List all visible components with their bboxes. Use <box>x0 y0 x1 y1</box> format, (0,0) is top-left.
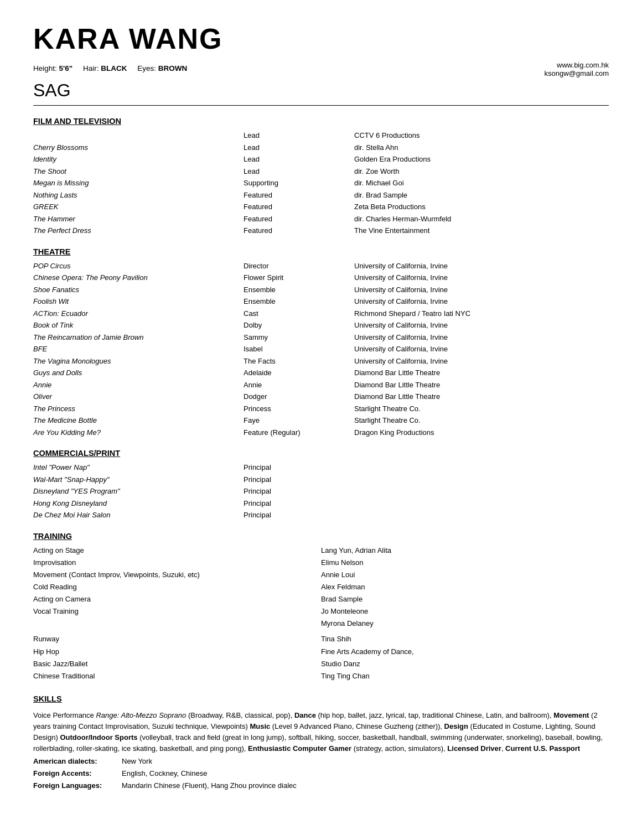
training-subject: Hip Hop <box>33 646 321 657</box>
languages-row: Foreign Languages: Mandarin Chinese (Flu… <box>33 780 609 791</box>
contact-info: www.big.com.hk ksongw@gmail.com <box>544 61 609 77</box>
entry-org: Zeta Beta Productions <box>354 201 609 212</box>
entry-role: Feature (Regular) <box>244 427 354 438</box>
entry-title: The Perfect Dress <box>33 225 244 236</box>
entry-role: Annie <box>244 380 354 391</box>
entry-title: Identity <box>33 154 244 165</box>
table-row: Runway Tina Shih <box>33 634 609 645</box>
entry-org: Starlight Theatre Co. <box>354 403 609 414</box>
table-row: Identity Lead Golden Era Productions <box>33 154 609 165</box>
table-row: Megan is Missing Supporting dir. Michael… <box>33 178 609 189</box>
training-subject: Improvisation <box>33 557 321 568</box>
entry-title: The Reincarnation of Jamie Brown <box>33 332 244 343</box>
dialects-row: American dialects: New York <box>33 756 609 767</box>
table-row: BFE Isabel University of California, Irv… <box>33 344 609 355</box>
entry-title <box>33 130 244 141</box>
entry-org: dir. Brad Sample <box>354 190 609 201</box>
training-entries: Acting on Stage Lang Yun, Adrian Alita I… <box>33 545 609 682</box>
table-row: Improvisation Elimu Nelson <box>33 557 609 568</box>
languages-label: Foreign Languages: <box>33 780 122 791</box>
training-subject: Acting on Camera <box>33 594 321 605</box>
entry-role: Featured <box>244 214 354 225</box>
entry-role: Isabel <box>244 344 354 355</box>
theatre-section-title: THEATRE <box>33 247 609 256</box>
entry-title: The Vagina Monologues <box>33 356 244 367</box>
table-row: Cold Reading Alex Feldman <box>33 582 609 593</box>
training-teacher: Brad Sample <box>321 594 609 605</box>
table-row: Shoe Fanatics Ensemble University of Cal… <box>33 284 609 295</box>
training-teacher: Alex Feldman <box>321 582 609 593</box>
actor-name: KARA WANG <box>33 22 609 55</box>
table-row: Intel "Power Nap" Principal <box>33 462 609 473</box>
entry-org: dir. Michael Goi <box>354 178 609 189</box>
entry-role: Cast <box>244 308 354 319</box>
entry-role: Featured <box>244 190 354 201</box>
dialects-value: New York <box>122 756 609 767</box>
entry-title: GREEK <box>33 201 244 212</box>
training-teacher: Annie Loui <box>321 569 609 580</box>
entry-org <box>354 462 609 473</box>
entry-role: Faye <box>244 415 354 426</box>
physical-info: Height: 5'6" Hair: BLACK Eyes: BROWN <box>33 64 609 72</box>
skills-body: Voice Performance Range: Alto-Mezzo Sopr… <box>33 710 609 755</box>
table-row: Wal-Mart "Snap-Happy" Principal <box>33 474 609 485</box>
entry-role: Principal <box>244 474 354 485</box>
entry-role: Dodger <box>244 391 354 402</box>
entry-role: Sammy <box>244 332 354 343</box>
entry-org: Diamond Bar Little Theatre <box>354 380 609 391</box>
eyes-value: BROWN <box>158 64 188 72</box>
table-row: Oliver Dodger Diamond Bar Little Theatre <box>33 391 609 402</box>
entry-title: BFE <box>33 344 244 355</box>
table-row: Acting on Stage Lang Yun, Adrian Alita <box>33 545 609 556</box>
entry-role: Adelaide <box>244 367 354 378</box>
table-row: Movement (Contact Improv, Viewpoints, Su… <box>33 569 609 580</box>
training-teacher: Elimu Nelson <box>321 557 609 568</box>
entry-org: Diamond Bar Little Theatre <box>354 391 609 402</box>
entry-title: Chinese Opera: The Peony Pavilion <box>33 272 244 283</box>
film-tv-section-title: FILM AND TELEVISION <box>33 117 609 126</box>
entry-title: Megan is Missing <box>33 178 244 189</box>
training-teacher: Ting Ting Chan <box>321 671 609 682</box>
entry-org: University of California, Irvine <box>354 296 609 307</box>
dialects-label: American dialects: <box>33 756 122 767</box>
entry-org: Richmond Shepard / Teatro Iati NYC <box>354 308 609 319</box>
entry-title: The Hammer <box>33 214 244 225</box>
training-subject: Acting on Stage <box>33 545 321 556</box>
entry-title: The Shoot <box>33 166 244 177</box>
table-row: Hip Hop Fine Arts Academy of Dance, <box>33 646 609 657</box>
entry-role: Dolby <box>244 320 354 331</box>
entry-role: Principal <box>244 486 354 497</box>
entry-role: Ensemble <box>244 284 354 295</box>
table-row: Hong Kong Disneyland Principal <box>33 498 609 509</box>
table-row: The Perfect Dress Featured The Vine Ente… <box>33 225 609 236</box>
table-row: Vocal Training Jo Monteleone <box>33 606 609 617</box>
table-row: Acting on Camera Brad Sample <box>33 594 609 605</box>
table-row: The Princess Princess Starlight Theatre … <box>33 403 609 414</box>
entry-org: University of California, Irvine <box>354 261 609 272</box>
accents-row: Foreign Accents: English, Cockney, Chine… <box>33 768 609 779</box>
table-row: Myrona Delaney <box>33 618 609 629</box>
table-row: POP Circus Director University of Califo… <box>33 261 609 272</box>
table-row: Chinese Traditional Ting Ting Chan <box>33 671 609 682</box>
entry-org: Diamond Bar Little Theatre <box>354 367 609 378</box>
table-row: Nothing Lasts Featured dir. Brad Sample <box>33 190 609 201</box>
table-row: Book of Tink Dolby University of Califor… <box>33 320 609 331</box>
theatre-entries: POP Circus Director University of Califo… <box>33 261 609 438</box>
header-divider <box>33 105 609 106</box>
hair-value: BLACK <box>101 64 127 72</box>
entry-org: CCTV 6 Productions <box>354 130 609 141</box>
entry-org: University of California, Irvine <box>354 344 609 355</box>
table-row: ACTion: Ecuador Cast Richmond Shepard / … <box>33 308 609 319</box>
entry-role: Supporting <box>244 178 354 189</box>
skills-section-title: SKILLS <box>33 693 609 705</box>
entry-title: Intel "Power Nap" <box>33 462 244 473</box>
table-row: De Chez Moi Hair Salon Principal <box>33 510 609 521</box>
entry-title: Oliver <box>33 391 244 402</box>
entry-org: Starlight Theatre Co. <box>354 415 609 426</box>
entry-org: University of California, Irvine <box>354 284 609 295</box>
entry-org: dir. Stella Ahn <box>354 142 609 153</box>
entry-title: ACTion: Ecuador <box>33 308 244 319</box>
commercials-section-title: COMMERCIALS/PRINT <box>33 449 609 458</box>
entry-role: Lead <box>244 166 354 177</box>
entry-title: POP Circus <box>33 261 244 272</box>
